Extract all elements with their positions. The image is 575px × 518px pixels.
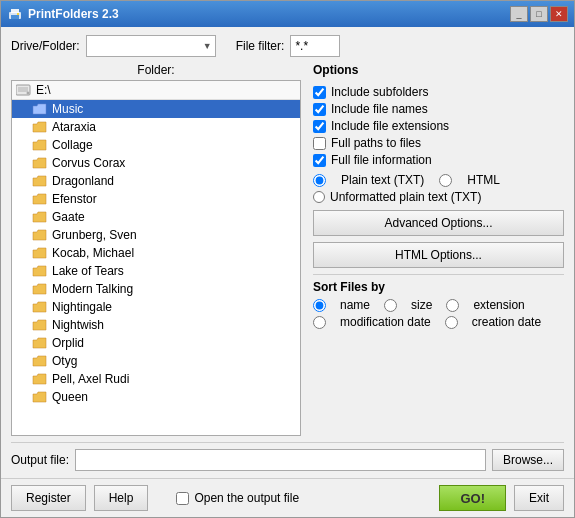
drive-icon — [16, 83, 32, 97]
tree-item-label: Grunberg, Sven — [52, 228, 137, 242]
checkbox-row: Full file information — [313, 153, 564, 167]
full_file_info-checkbox[interactable] — [313, 154, 326, 167]
tree-item-label: Orplid — [52, 336, 84, 350]
tree-item[interactable]: Grunberg, Sven — [12, 226, 300, 244]
tree-item-label: Otyg — [52, 354, 77, 368]
tree-item-label: Music — [52, 102, 83, 116]
full_paths-label: Full paths to files — [331, 136, 421, 150]
include_subfolders-label: Include subfolders — [331, 85, 428, 99]
tree-item-label: Kocab, Michael — [52, 246, 134, 260]
include_file_names-checkbox[interactable] — [313, 103, 326, 116]
tree-item[interactable]: Music — [12, 100, 300, 118]
go-button[interactable]: GO! — [439, 485, 506, 511]
browse-button[interactable]: Browse... — [492, 449, 564, 471]
tree-items-list: MusicAtaraxiaCollageCorvus CoraxDragonla… — [12, 100, 300, 406]
html-radio[interactable] — [439, 174, 452, 187]
folder-icon — [32, 193, 48, 206]
title-bar-left: PrintFolders 2.3 — [7, 6, 119, 22]
tree-item-label: Corvus Corax — [52, 156, 125, 170]
sort-extension-label: extension — [473, 298, 524, 312]
folder-icon — [32, 319, 48, 332]
tree-item[interactable]: Dragonland — [12, 172, 300, 190]
tree-item[interactable]: Pell, Axel Rudi — [12, 370, 300, 388]
tree-item[interactable]: Kocab, Michael — [12, 244, 300, 262]
format-group: Plain text (TXT)HTMLUnformatted plain te… — [313, 173, 564, 204]
tree-item[interactable]: Efenstor — [12, 190, 300, 208]
open-output-label: Open the output file — [194, 491, 299, 505]
folder-icon — [32, 301, 48, 314]
folder-icon — [32, 355, 48, 368]
help-button[interactable]: Help — [94, 485, 149, 511]
tree-item-label: Queen — [52, 390, 88, 404]
tree-item-label: Dragonland — [52, 174, 114, 188]
drive-select[interactable]: E: DATAC:D: — [86, 35, 216, 57]
output-input[interactable] — [75, 449, 486, 471]
open-output-section: Open the output file — [176, 491, 299, 505]
sort-size-label: size — [411, 298, 432, 312]
tree-item[interactable]: Nightwish — [12, 316, 300, 334]
include_subfolders-checkbox[interactable] — [313, 86, 326, 99]
checkbox-row: Full paths to files — [313, 136, 564, 150]
sort-name-radio[interactable] — [313, 299, 326, 312]
folder-tree[interactable]: E:\ MusicAtaraxiaCollageCorvus CoraxDrag… — [11, 80, 301, 436]
sort-size-radio[interactable] — [384, 299, 397, 312]
checkbox-row: Include file names — [313, 102, 564, 116]
plain-text-radio[interactable] — [313, 174, 326, 187]
tree-root-path: E:\ — [36, 83, 51, 97]
minimize-button[interactable]: _ — [510, 6, 528, 22]
folder-icon — [32, 265, 48, 278]
tree-item-label: Ataraxia — [52, 120, 96, 134]
tree-item[interactable]: Gaate — [12, 208, 300, 226]
title-controls: _ □ ✕ — [510, 6, 568, 22]
include_file_extensions-label: Include file extensions — [331, 119, 449, 133]
plain-text-label: Plain text (TXT) — [341, 173, 424, 187]
tree-item[interactable]: Modern Talking — [12, 280, 300, 298]
exit-button[interactable]: Exit — [514, 485, 564, 511]
sort-extension-radio[interactable] — [446, 299, 459, 312]
tree-item-label: Collage — [52, 138, 93, 152]
tree-item[interactable]: Lake of Tears — [12, 262, 300, 280]
advanced-options-button[interactable]: Advanced Options... — [313, 210, 564, 236]
svg-rect-2 — [11, 15, 19, 19]
include_file_names-label: Include file names — [331, 102, 428, 116]
maximize-button[interactable]: □ — [530, 6, 548, 22]
close-button[interactable]: ✕ — [550, 6, 568, 22]
tree-item[interactable]: Collage — [12, 136, 300, 154]
output-label: Output file: — [11, 453, 69, 467]
sort-creation_date-radio[interactable] — [445, 316, 458, 329]
sort-mod_date-radio[interactable] — [313, 316, 326, 329]
output-row: Output file: Browse... — [11, 442, 564, 470]
file-filter-input[interactable] — [290, 35, 340, 57]
drive-section: Drive/Folder: E: DATAC:D: — [11, 35, 216, 57]
tree-item[interactable]: Ataraxia — [12, 118, 300, 136]
main-window: PrintFolders 2.3 _ □ ✕ Drive/Folder: E: … — [0, 0, 575, 518]
tree-item-label: Lake of Tears — [52, 264, 124, 278]
folder-icon — [32, 247, 48, 260]
html-label: HTML — [467, 173, 500, 187]
register-button[interactable]: Register — [11, 485, 86, 511]
include_file_extensions-checkbox[interactable] — [313, 120, 326, 133]
tree-item[interactable]: Orplid — [12, 334, 300, 352]
svg-rect-1 — [11, 9, 19, 13]
tree-item[interactable]: Nightingale — [12, 298, 300, 316]
svg-rect-5 — [18, 87, 28, 92]
open-output-checkbox[interactable] — [176, 492, 189, 505]
tree-header: E:\ — [12, 81, 300, 100]
tree-item[interactable]: Queen — [12, 388, 300, 406]
html-options-button[interactable]: HTML Options... — [313, 242, 564, 268]
sort-title: Sort Files by — [313, 280, 564, 294]
bottom-bar: Register Help Open the output file GO! E… — [1, 478, 574, 517]
sort-name-label: name — [340, 298, 370, 312]
tree-item-label: Efenstor — [52, 192, 97, 206]
main-area: Folder: E:\ MusicAtaraxiaCollageCorvus C… — [11, 63, 564, 436]
tree-item[interactable]: Otyg — [12, 352, 300, 370]
checkboxes-group: Include subfoldersInclude file namesIncl… — [313, 85, 564, 167]
tree-item-label: Pell, Axel Rudi — [52, 372, 129, 386]
full_paths-checkbox[interactable] — [313, 137, 326, 150]
folder-icon — [32, 175, 48, 188]
unformatted-radio[interactable] — [313, 191, 325, 203]
checkbox-row: Include file extensions — [313, 119, 564, 133]
tree-item[interactable]: Corvus Corax — [12, 154, 300, 172]
tree-item-label: Modern Talking — [52, 282, 133, 296]
tree-item-label: Nightwish — [52, 318, 104, 332]
